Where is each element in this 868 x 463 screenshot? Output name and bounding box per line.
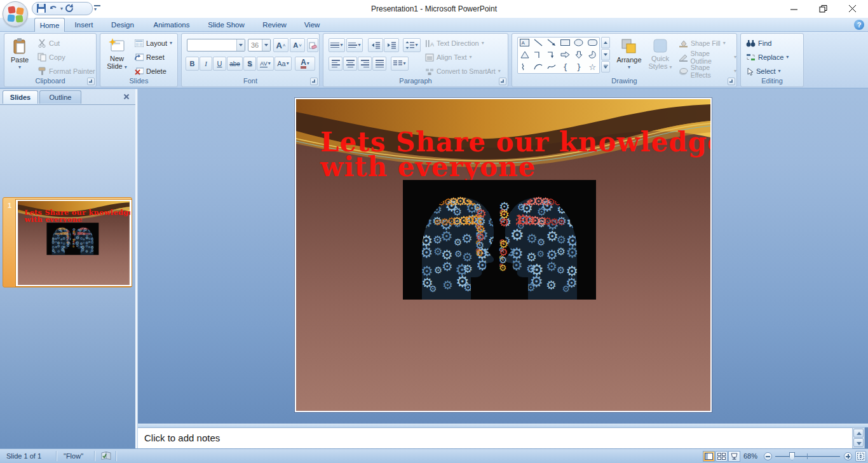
numbering-button[interactable]: ▾ xyxy=(346,38,363,52)
minimize-button[interactable] xyxy=(789,4,799,13)
align-text-button[interactable]: Align Text▾ xyxy=(425,52,472,63)
slide-canvas[interactable] xyxy=(296,99,710,411)
redo-button[interactable] xyxy=(65,3,75,15)
shape-elbow-connector-icon[interactable] xyxy=(534,51,543,60)
shape-oval-icon[interactable] xyxy=(574,39,583,48)
align-right-button[interactable] xyxy=(358,57,372,71)
shape-arrow-icon[interactable] xyxy=(547,39,556,48)
arrange-button[interactable]: Arrange ▾ xyxy=(613,35,646,76)
clipboard-dialog-launcher[interactable] xyxy=(87,78,95,85)
slide-thumbnail-cell[interactable]: 1 xyxy=(3,197,132,287)
format-painter-button[interactable]: Format Painter xyxy=(37,66,95,77)
tab-slides-pane[interactable]: Slides xyxy=(3,90,38,104)
delete-button[interactable]: Delete xyxy=(135,66,166,77)
shape-scribble-icon[interactable] xyxy=(520,63,529,72)
text-shadow-button[interactable]: S xyxy=(243,57,256,71)
normal-view-button[interactable] xyxy=(703,451,715,462)
text-direction-button[interactable]: A Text Direction▾ xyxy=(425,38,484,49)
font-size-combo[interactable]: 36 xyxy=(248,39,271,52)
shape-text-box-icon[interactable]: A xyxy=(520,39,529,48)
copy-button[interactable]: Copy xyxy=(37,52,65,63)
strikethrough-button[interactable]: abe xyxy=(227,57,243,71)
close-pane-button[interactable] xyxy=(123,93,131,101)
zoom-slider-track[interactable] xyxy=(775,456,840,457)
tab-outline-pane[interactable]: Outline xyxy=(39,90,81,104)
pane-splitter[interactable] xyxy=(135,89,138,448)
grow-font-button[interactable]: A˄ xyxy=(273,38,288,52)
reset-button[interactable]: Reset xyxy=(135,52,165,63)
font-name-combo[interactable] xyxy=(187,39,245,52)
shape-right-brace-icon[interactable]: } xyxy=(576,63,581,72)
zoom-in-button[interactable] xyxy=(844,452,852,460)
shape-right-arrow-icon[interactable] xyxy=(560,51,570,60)
undo-button[interactable] xyxy=(48,3,58,15)
decrease-indent-button[interactable] xyxy=(368,38,383,52)
align-left-button[interactable] xyxy=(329,57,342,71)
shape-curve-icon[interactable] xyxy=(547,63,556,72)
font-size-dropdown-icon[interactable] xyxy=(262,39,270,51)
underline-button[interactable]: U xyxy=(213,57,226,71)
italic-button[interactable]: I xyxy=(200,57,212,71)
slideshow-view-button[interactable] xyxy=(728,451,740,462)
slide-thumbnail[interactable] xyxy=(16,200,132,286)
character-spacing-button[interactable]: AV▾ xyxy=(257,57,274,71)
slide-sorter-view-button[interactable] xyxy=(715,451,728,462)
font-name-dropdown-icon[interactable] xyxy=(236,39,245,51)
shape-left-brace-icon[interactable]: { xyxy=(563,63,568,72)
paragraph-dialog-launcher[interactable] xyxy=(499,78,506,85)
close-button[interactable] xyxy=(848,4,858,13)
select-button[interactable]: Select▾ xyxy=(746,66,781,77)
spellcheck-status-button[interactable] xyxy=(100,451,112,462)
justify-button[interactable] xyxy=(372,57,386,71)
shape-fill-button[interactable]: Shape Fill▾ xyxy=(679,38,726,49)
tab-review[interactable]: Review xyxy=(255,18,294,32)
zoom-slider-thumb[interactable] xyxy=(789,452,795,460)
shape-rounded-rectangle-icon[interactable] xyxy=(588,39,597,48)
find-button[interactable]: Find xyxy=(746,38,771,49)
bold-button[interactable]: B xyxy=(186,57,199,71)
notes-scroll-down-button[interactable] xyxy=(853,438,864,447)
shrink-font-button[interactable]: A˅ xyxy=(290,38,305,52)
clear-formatting-button[interactable] xyxy=(307,38,318,52)
shape-triangle-icon[interactable] xyxy=(520,51,529,60)
tab-slide-show[interactable]: Slide Show xyxy=(201,18,252,32)
new-slide-button[interactable]: NewSlide ▾ xyxy=(103,35,131,76)
shape-effects-button[interactable]: Shape Effects▾ xyxy=(679,66,736,77)
theme-name[interactable]: "Flow" xyxy=(64,452,83,460)
align-center-button[interactable] xyxy=(343,57,357,71)
shapes-scroll-down-button[interactable] xyxy=(601,49,610,60)
cut-button[interactable]: Cut xyxy=(37,38,60,49)
line-spacing-button[interactable]: ▾ xyxy=(403,38,421,52)
replace-button[interactable]: Replace▾ xyxy=(746,52,789,63)
font-dialog-launcher[interactable] xyxy=(310,78,318,85)
fit-to-window-button[interactable] xyxy=(855,451,866,462)
increase-indent-button[interactable] xyxy=(384,38,399,52)
zoom-level[interactable]: 68% xyxy=(743,452,757,460)
quick-styles-button[interactable]: QuickStyles ▾ xyxy=(646,35,675,76)
office-button[interactable] xyxy=(3,1,28,27)
change-case-button[interactable]: Aa▾ xyxy=(275,57,292,71)
tab-home[interactable]: Home xyxy=(34,18,65,32)
convert-to-smartart-button[interactable]: Convert to SmartArt▾ xyxy=(425,66,501,77)
shape-elbow-arrow-connector-icon[interactable] xyxy=(547,51,556,60)
drawing-dialog-launcher[interactable] xyxy=(728,78,735,85)
notes-scroll-up-button[interactable] xyxy=(853,429,864,438)
notes-pane[interactable]: Click to add notes xyxy=(138,427,852,448)
undo-dropdown-icon[interactable]: ▾ xyxy=(60,6,63,11)
restore-button[interactable] xyxy=(818,4,829,13)
save-button[interactable] xyxy=(36,3,46,15)
help-button[interactable]: ? xyxy=(854,20,864,30)
shape-down-arrow-icon[interactable] xyxy=(574,51,583,60)
layout-button[interactable]: Layout▾ xyxy=(135,38,172,49)
tab-view[interactable]: View xyxy=(296,18,328,32)
tab-design[interactable]: Design xyxy=(103,18,142,32)
shape-arc-icon[interactable] xyxy=(534,63,543,72)
customize-qat-button[interactable]: ▾ xyxy=(94,5,100,12)
notes-scrollbar[interactable] xyxy=(852,427,865,448)
slide-indicator[interactable]: Slide 1 of 1 xyxy=(6,452,41,460)
shapes-scroll-up-button[interactable] xyxy=(601,37,610,48)
zoom-out-button[interactable] xyxy=(764,452,772,460)
columns-button[interactable]: ▾ xyxy=(391,57,409,71)
shapes-more-button[interactable] xyxy=(601,61,610,73)
shape-star-icon[interactable]: ☆ xyxy=(589,62,597,72)
